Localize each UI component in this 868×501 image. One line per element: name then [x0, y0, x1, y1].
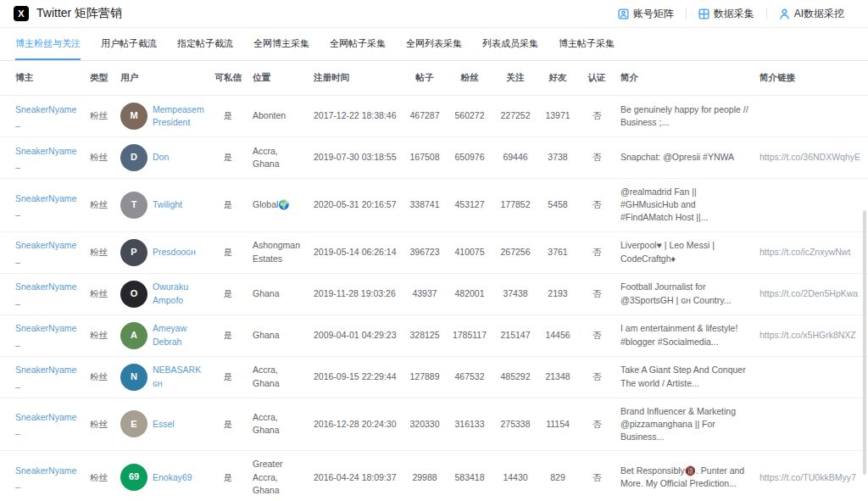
bio-link[interactable]: https://t.co/icZnxywNwt	[760, 247, 850, 257]
cell-friends: 13971	[537, 96, 578, 137]
user-link[interactable]: Ameyaw Debrah	[153, 322, 203, 348]
blogger-link[interactable]: SneakerNyame_	[15, 365, 76, 387]
cell-fans: 650976	[446, 137, 493, 179]
cell-bio: I am entertainment & lifestyle! #blogger…	[615, 315, 754, 356]
cell-bio: Football Journalist for @3SportsGH | ɢʜ …	[615, 273, 754, 315]
nav-ai-mining[interactable]: AI数据采挖	[767, 7, 856, 21]
cell-following: 267256	[493, 231, 537, 273]
tab-user-post-intercept[interactable]: 用户帖子截流	[101, 28, 157, 60]
cell-following: 14430	[493, 451, 537, 501]
cell-bio: @realmadrid Fan || #GHMusicHub and #Find…	[615, 179, 754, 232]
blogger-link[interactable]: SneakerNyame_	[15, 281, 76, 304]
avatar: T	[120, 192, 147, 219]
tab-blogger-fans-following[interactable]: 博主粉丝与关注	[15, 28, 81, 60]
blogger-link[interactable]: SneakerNyame_	[15, 104, 76, 127]
cell-type: 粉丝	[85, 179, 115, 232]
cell-regtime: 2016-04-24 18:09:37	[309, 451, 403, 501]
blogger-link[interactable]: SneakerNyame_	[15, 323, 76, 346]
user-link[interactable]: Essel	[153, 418, 175, 431]
cell-type: 粉丝	[85, 96, 115, 137]
cell-fans: 1785117	[446, 315, 493, 356]
avatar: A	[120, 322, 147, 349]
ai-mining-icon	[779, 8, 790, 19]
cell-blogger: SneakerNyame_	[0, 231, 85, 273]
cell-bio: Bet Responsibly🔞. Punter and More. My Of…	[615, 451, 754, 501]
bio-link[interactable]: https://t.co/2Den5HpKwa	[760, 288, 858, 298]
cell-dm: 是	[209, 315, 248, 356]
cell-dm: 是	[209, 451, 248, 501]
tab-label: 全网博主采集	[253, 37, 309, 50]
cell-dm: 是	[209, 231, 248, 273]
cell-fans: 560272	[446, 96, 493, 137]
cell-user: T Twilight	[115, 179, 209, 232]
col-dm: 可私信	[209, 61, 248, 96]
cell-dm: 是	[209, 179, 248, 232]
nav-account-matrix[interactable]: 账号矩阵	[606, 7, 686, 21]
tab-label: 全网列表采集	[406, 37, 462, 50]
tab-blogger-post-collect[interactable]: 博主帖子采集	[559, 28, 615, 60]
bio-link[interactable]: https://t.co/36NDXWqhyE	[760, 152, 860, 162]
cell-fans: 316133	[446, 398, 493, 451]
topbar-nav: 账号矩阵 数据采集 AI数据采挖	[606, 7, 856, 21]
cell-biolink: https://t.co/2Den5HpKwa	[754, 273, 868, 315]
blogger-link[interactable]: SneakerNyame_	[15, 412, 76, 435]
blogger-link[interactable]: SneakerNyame_	[15, 193, 76, 216]
cell-following: 275338	[493, 398, 537, 451]
cell-verified: 否	[578, 398, 615, 451]
user-link[interactable]: Presdooɢʜ	[153, 246, 196, 259]
cell-bio: Snapchat: @Opresii #YNWA	[615, 137, 754, 179]
cell-friends: 2193	[537, 273, 578, 315]
blogger-link[interactable]: SneakerNyame_	[15, 240, 76, 263]
cell-regtime: 2016-09-15 22:29:44	[309, 356, 403, 398]
user-link[interactable]: Owuraku Ampofo	[153, 281, 203, 306]
cell-type: 粉丝	[85, 451, 115, 501]
cell-verified: 否	[578, 231, 615, 273]
user-link[interactable]: NEBASARK ɢʜ	[153, 364, 203, 389]
user-link[interactable]: Twilight	[153, 198, 182, 211]
avatar: D	[120, 144, 147, 171]
cell-posts: 328125	[403, 315, 446, 356]
vertical-scrollbar-thumb[interactable]	[863, 210, 866, 475]
user-link[interactable]: Mempeasem President	[153, 103, 204, 129]
cell-friends: 829	[537, 451, 578, 501]
user-link[interactable]: Enokay69	[153, 471, 192, 484]
cell-user: D Don	[115, 137, 209, 179]
tab-bar: 博主粉丝与关注 用户帖子截流 指定帖子截流 全网博主采集 全网帖子采集 全网列表…	[0, 28, 868, 61]
col-verified: 认证	[578, 61, 615, 96]
topbar: X Twitter 矩阵营销 账号矩阵 数据采集	[0, 0, 868, 28]
tab-label: 全网帖子采集	[330, 37, 386, 50]
cell-posts: 467287	[403, 96, 446, 137]
cell-fans: 482001	[446, 273, 493, 315]
table-row: SneakerNyame_ 粉丝 M Mempeasem President 是…	[0, 96, 868, 137]
blogger-link[interactable]: SneakerNyame_	[15, 146, 76, 169]
bio-link[interactable]: https://t.co/x5HGrk8NXZ	[760, 330, 856, 340]
cell-following: 37438	[493, 273, 537, 315]
cell-biolink	[754, 356, 868, 398]
cell-verified: 否	[578, 137, 615, 179]
cell-regtime: 2019-05-14 06:26:14	[309, 231, 403, 273]
tab-network-blogger-collect[interactable]: 全网博主采集	[253, 28, 309, 60]
tab-network-list-collect[interactable]: 全网列表采集	[406, 28, 462, 60]
cell-user: P Presdooɢʜ	[115, 231, 209, 273]
cell-friends: 11154	[537, 398, 578, 451]
nav-data-collect[interactable]: 数据采集	[687, 7, 766, 21]
nav-data-collect-label: 数据采集	[714, 7, 754, 21]
cell-location: Ghana	[248, 273, 309, 315]
cell-blogger: SneakerNyame_	[0, 398, 85, 451]
tab-specified-post-intercept[interactable]: 指定帖子截流	[177, 28, 233, 60]
user-link[interactable]: Don	[153, 151, 169, 164]
col-bio: 简介	[615, 61, 754, 96]
cell-following: 485292	[493, 356, 537, 398]
cell-blogger: SneakerNyame_	[0, 273, 85, 315]
tab-label: 博主粉丝与关注	[15, 37, 81, 50]
cell-regtime: 2020-05-31 20:16:57	[309, 179, 403, 232]
bio-link[interactable]: https://t.co/TU0kkBMyy7	[760, 472, 856, 482]
tab-list-member-collect[interactable]: 列表成员采集	[482, 28, 538, 60]
blogger-link[interactable]: SneakerNyame_	[15, 465, 76, 488]
table-row: SneakerNyame_ 粉丝 P Presdooɢʜ 是 Ashongman…	[0, 231, 868, 273]
cell-user: N NEBASARK ɢʜ	[115, 356, 209, 398]
cell-type: 粉丝	[85, 231, 115, 273]
tab-network-post-collect[interactable]: 全网帖子采集	[330, 28, 386, 60]
cell-user: O Owuraku Ampofo	[115, 273, 209, 315]
cell-dm: 是	[209, 96, 248, 137]
